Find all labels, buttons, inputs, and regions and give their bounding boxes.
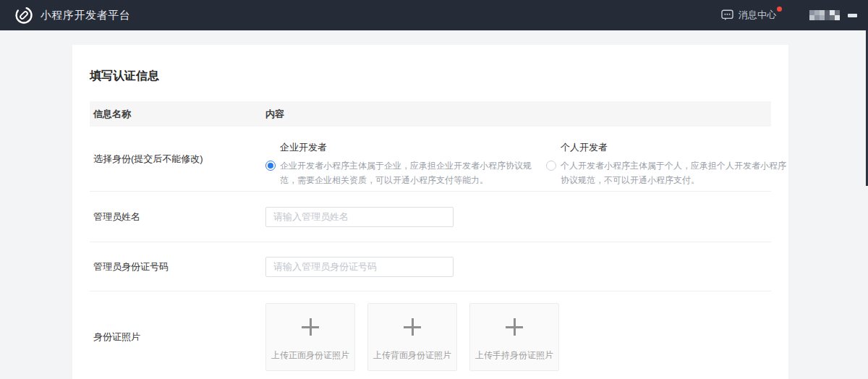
app-brand[interactable]: 小程序开发者平台: [14, 6, 130, 25]
upload-back-id-label: 上传背面身份证照片: [368, 349, 456, 362]
upload-handheld-id-label: 上传手持身份证照片: [470, 349, 558, 362]
message-center-label: 消息中心: [739, 9, 776, 22]
plus-icon: [302, 318, 319, 336]
admin-name-row: 管理员姓名: [90, 192, 771, 242]
id-photos-row: 身份证照片 上传正面身份证照片 上传背面身份证照片 上传手持身份证照片: [90, 291, 771, 379]
enterprise-developer-option: 企业开发者 企业开发者小程序主体属于企业，应承担企业开发者小程序协议规范，需要企…: [265, 141, 536, 187]
app-title: 小程序开发者平台: [41, 9, 130, 22]
top-header: 小程序开发者平台 消息中心: [0, 0, 868, 30]
upload-handheld-id-photo[interactable]: 上传手持身份证照片: [469, 303, 559, 371]
column-header-content: 内容: [265, 108, 284, 121]
app-logo-icon: [14, 6, 33, 25]
upload-front-id-photo[interactable]: 上传正面身份证照片: [265, 303, 355, 371]
identity-row: 选择身份(提交后不能修改) 企业开发者 企业开发者小程序主体属于企业，应承担企业…: [90, 127, 771, 192]
redacted-username: [809, 10, 840, 20]
enterprise-radio-button[interactable]: [265, 161, 276, 171]
enterprise-option-desc: 企业开发者小程序主体属于企业，应承担企业开发者小程序协议规范，需要企业相关资质，…: [280, 158, 536, 187]
upload-front-id-label: 上传正面身份证照片: [266, 349, 354, 362]
id-photos-label: 身份证照片: [90, 331, 265, 344]
message-center-button[interactable]: 消息中心: [721, 9, 776, 22]
page-title: 填写认证信息: [90, 62, 771, 84]
upload-back-id-photo[interactable]: 上传背面身份证照片: [367, 303, 457, 371]
plus-icon: [404, 318, 421, 336]
message-bubble-icon: [721, 9, 733, 21]
user-account-menu[interactable]: [809, 10, 857, 20]
personal-developer-option: 个人开发者 个人开发者小程序主体属于个人，应承担个人开发者小程序协议规范，不可以…: [546, 141, 789, 187]
personal-option-title: 个人开发者: [561, 141, 789, 154]
admin-id-input[interactable]: [265, 257, 454, 277]
identity-row-label: 选择身份(提交后不能修改): [90, 153, 265, 166]
admin-id-label: 管理员身份证号码: [90, 260, 265, 273]
notification-badge: [777, 7, 782, 12]
redacted-username-fragment: [848, 14, 857, 17]
admin-name-label: 管理员姓名: [90, 210, 265, 223]
form-table-header: 信息名称 内容: [90, 101, 771, 127]
personal-radio-button[interactable]: [546, 161, 556, 171]
certification-form-card: 填写认证信息 信息名称 内容 选择身份(提交后不能修改) 企业开发者 企业开发者…: [72, 45, 788, 379]
admin-name-input[interactable]: [265, 207, 454, 227]
enterprise-option-title: 企业开发者: [280, 141, 536, 154]
column-header-name: 信息名称: [90, 108, 265, 121]
personal-option-desc: 个人开发者小程序主体属于个人，应承担个人开发者小程序协议规范，不可以开通小程序支…: [561, 158, 789, 187]
admin-id-row: 管理员身份证号码: [90, 242, 771, 291]
plus-icon: [506, 318, 523, 336]
